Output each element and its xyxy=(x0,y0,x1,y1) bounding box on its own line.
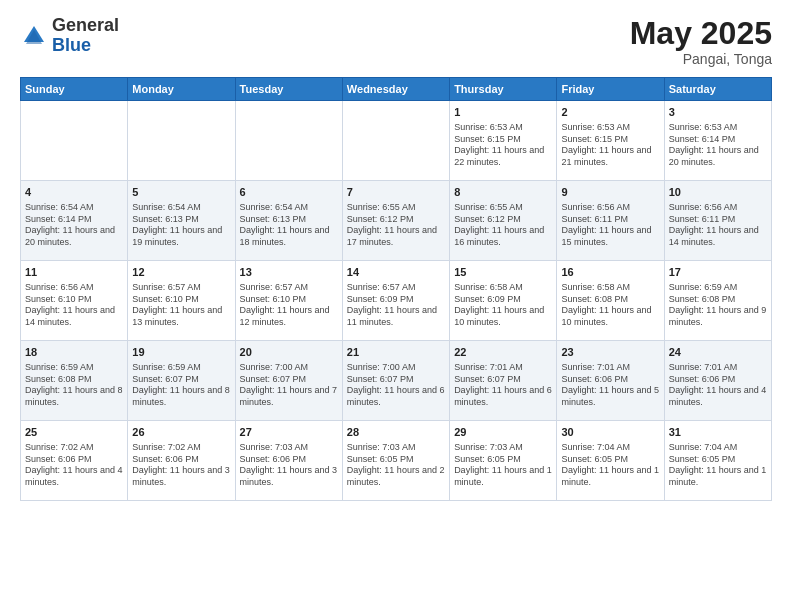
logo-general: General xyxy=(52,16,119,36)
calendar-table: SundayMondayTuesdayWednesdayThursdayFrid… xyxy=(20,77,772,501)
calendar-day-cell xyxy=(21,101,128,181)
calendar-day-cell: 26Sunrise: 7:02 AM Sunset: 6:06 PM Dayli… xyxy=(128,421,235,501)
day-number: 2 xyxy=(561,105,659,120)
calendar-day-cell: 27Sunrise: 7:03 AM Sunset: 6:06 PM Dayli… xyxy=(235,421,342,501)
day-number: 25 xyxy=(25,425,123,440)
day-info: Sunrise: 6:56 AM Sunset: 6:11 PM Dayligh… xyxy=(669,202,767,249)
calendar-day-cell: 25Sunrise: 7:02 AM Sunset: 6:06 PM Dayli… xyxy=(21,421,128,501)
day-number: 22 xyxy=(454,345,552,360)
calendar-day-cell: 23Sunrise: 7:01 AM Sunset: 6:06 PM Dayli… xyxy=(557,341,664,421)
calendar-day-cell: 11Sunrise: 6:56 AM Sunset: 6:10 PM Dayli… xyxy=(21,261,128,341)
day-info: Sunrise: 7:00 AM Sunset: 6:07 PM Dayligh… xyxy=(240,362,338,409)
day-info: Sunrise: 6:57 AM Sunset: 6:09 PM Dayligh… xyxy=(347,282,445,329)
day-number: 31 xyxy=(669,425,767,440)
day-number: 14 xyxy=(347,265,445,280)
day-info: Sunrise: 6:54 AM Sunset: 6:13 PM Dayligh… xyxy=(132,202,230,249)
day-info: Sunrise: 6:59 AM Sunset: 6:07 PM Dayligh… xyxy=(132,362,230,409)
day-number: 19 xyxy=(132,345,230,360)
day-info: Sunrise: 6:54 AM Sunset: 6:14 PM Dayligh… xyxy=(25,202,123,249)
calendar-day-cell: 18Sunrise: 6:59 AM Sunset: 6:08 PM Dayli… xyxy=(21,341,128,421)
weekday-header: Sunday xyxy=(21,78,128,101)
day-number: 20 xyxy=(240,345,338,360)
day-info: Sunrise: 6:55 AM Sunset: 6:12 PM Dayligh… xyxy=(347,202,445,249)
day-number: 26 xyxy=(132,425,230,440)
logo-blue: Blue xyxy=(52,36,119,56)
weekday-header: Saturday xyxy=(664,78,771,101)
day-number: 13 xyxy=(240,265,338,280)
calendar-day-cell: 5Sunrise: 6:54 AM Sunset: 6:13 PM Daylig… xyxy=(128,181,235,261)
calendar-day-cell: 4Sunrise: 6:54 AM Sunset: 6:14 PM Daylig… xyxy=(21,181,128,261)
calendar-day-cell: 9Sunrise: 6:56 AM Sunset: 6:11 PM Daylig… xyxy=(557,181,664,261)
calendar-week-row: 25Sunrise: 7:02 AM Sunset: 6:06 PM Dayli… xyxy=(21,421,772,501)
day-number: 23 xyxy=(561,345,659,360)
day-number: 28 xyxy=(347,425,445,440)
month-year-title: May 2025 xyxy=(630,16,772,51)
calendar-week-row: 11Sunrise: 6:56 AM Sunset: 6:10 PM Dayli… xyxy=(21,261,772,341)
title-section: May 2025 Pangai, Tonga xyxy=(630,16,772,67)
day-info: Sunrise: 6:58 AM Sunset: 6:08 PM Dayligh… xyxy=(561,282,659,329)
calendar-day-cell: 3Sunrise: 6:53 AM Sunset: 6:14 PM Daylig… xyxy=(664,101,771,181)
day-number: 10 xyxy=(669,185,767,200)
day-number: 3 xyxy=(669,105,767,120)
day-info: Sunrise: 6:53 AM Sunset: 6:14 PM Dayligh… xyxy=(669,122,767,169)
day-number: 5 xyxy=(132,185,230,200)
calendar-day-cell xyxy=(235,101,342,181)
calendar-week-row: 1Sunrise: 6:53 AM Sunset: 6:15 PM Daylig… xyxy=(21,101,772,181)
day-number: 21 xyxy=(347,345,445,360)
logo-text: General Blue xyxy=(52,16,119,56)
day-info: Sunrise: 7:02 AM Sunset: 6:06 PM Dayligh… xyxy=(132,442,230,489)
day-info: Sunrise: 6:56 AM Sunset: 6:11 PM Dayligh… xyxy=(561,202,659,249)
calendar-day-cell: 6Sunrise: 6:54 AM Sunset: 6:13 PM Daylig… xyxy=(235,181,342,261)
day-info: Sunrise: 6:56 AM Sunset: 6:10 PM Dayligh… xyxy=(25,282,123,329)
day-info: Sunrise: 7:01 AM Sunset: 6:06 PM Dayligh… xyxy=(561,362,659,409)
day-number: 8 xyxy=(454,185,552,200)
calendar-body: 1Sunrise: 6:53 AM Sunset: 6:15 PM Daylig… xyxy=(21,101,772,501)
day-info: Sunrise: 7:03 AM Sunset: 6:06 PM Dayligh… xyxy=(240,442,338,489)
calendar-day-cell: 16Sunrise: 6:58 AM Sunset: 6:08 PM Dayli… xyxy=(557,261,664,341)
calendar-day-cell: 1Sunrise: 6:53 AM Sunset: 6:15 PM Daylig… xyxy=(450,101,557,181)
calendar-day-cell: 28Sunrise: 7:03 AM Sunset: 6:05 PM Dayli… xyxy=(342,421,449,501)
weekday-header: Wednesday xyxy=(342,78,449,101)
calendar-day-cell xyxy=(128,101,235,181)
calendar-day-cell: 7Sunrise: 6:55 AM Sunset: 6:12 PM Daylig… xyxy=(342,181,449,261)
calendar-day-cell: 30Sunrise: 7:04 AM Sunset: 6:05 PM Dayli… xyxy=(557,421,664,501)
calendar-day-cell: 19Sunrise: 6:59 AM Sunset: 6:07 PM Dayli… xyxy=(128,341,235,421)
calendar-day-cell: 8Sunrise: 6:55 AM Sunset: 6:12 PM Daylig… xyxy=(450,181,557,261)
calendar-week-row: 4Sunrise: 6:54 AM Sunset: 6:14 PM Daylig… xyxy=(21,181,772,261)
weekday-header: Tuesday xyxy=(235,78,342,101)
day-number: 29 xyxy=(454,425,552,440)
day-info: Sunrise: 6:54 AM Sunset: 6:13 PM Dayligh… xyxy=(240,202,338,249)
calendar-day-cell: 13Sunrise: 6:57 AM Sunset: 6:10 PM Dayli… xyxy=(235,261,342,341)
day-number: 11 xyxy=(25,265,123,280)
calendar-day-cell: 15Sunrise: 6:58 AM Sunset: 6:09 PM Dayli… xyxy=(450,261,557,341)
day-number: 27 xyxy=(240,425,338,440)
day-number: 4 xyxy=(25,185,123,200)
day-info: Sunrise: 6:57 AM Sunset: 6:10 PM Dayligh… xyxy=(240,282,338,329)
day-info: Sunrise: 6:53 AM Sunset: 6:15 PM Dayligh… xyxy=(561,122,659,169)
calendar-day-cell: 14Sunrise: 6:57 AM Sunset: 6:09 PM Dayli… xyxy=(342,261,449,341)
day-number: 7 xyxy=(347,185,445,200)
day-info: Sunrise: 7:02 AM Sunset: 6:06 PM Dayligh… xyxy=(25,442,123,489)
page: General Blue May 2025 Pangai, Tonga Sund… xyxy=(0,0,792,612)
day-number: 6 xyxy=(240,185,338,200)
weekday-header-row: SundayMondayTuesdayWednesdayThursdayFrid… xyxy=(21,78,772,101)
day-number: 18 xyxy=(25,345,123,360)
day-number: 24 xyxy=(669,345,767,360)
day-info: Sunrise: 7:03 AM Sunset: 6:05 PM Dayligh… xyxy=(347,442,445,489)
day-info: Sunrise: 6:58 AM Sunset: 6:09 PM Dayligh… xyxy=(454,282,552,329)
day-info: Sunrise: 7:04 AM Sunset: 6:05 PM Dayligh… xyxy=(561,442,659,489)
day-info: Sunrise: 6:59 AM Sunset: 6:08 PM Dayligh… xyxy=(25,362,123,409)
day-info: Sunrise: 6:53 AM Sunset: 6:15 PM Dayligh… xyxy=(454,122,552,169)
day-info: Sunrise: 7:03 AM Sunset: 6:05 PM Dayligh… xyxy=(454,442,552,489)
logo: General Blue xyxy=(20,16,119,56)
day-info: Sunrise: 6:55 AM Sunset: 6:12 PM Dayligh… xyxy=(454,202,552,249)
weekday-header: Monday xyxy=(128,78,235,101)
header: General Blue May 2025 Pangai, Tonga xyxy=(20,16,772,67)
day-number: 17 xyxy=(669,265,767,280)
logo-icon xyxy=(20,22,48,50)
calendar-day-cell: 17Sunrise: 6:59 AM Sunset: 6:08 PM Dayli… xyxy=(664,261,771,341)
weekday-header: Friday xyxy=(557,78,664,101)
calendar-day-cell: 12Sunrise: 6:57 AM Sunset: 6:10 PM Dayli… xyxy=(128,261,235,341)
calendar-day-cell: 31Sunrise: 7:04 AM Sunset: 6:05 PM Dayli… xyxy=(664,421,771,501)
calendar-day-cell xyxy=(342,101,449,181)
